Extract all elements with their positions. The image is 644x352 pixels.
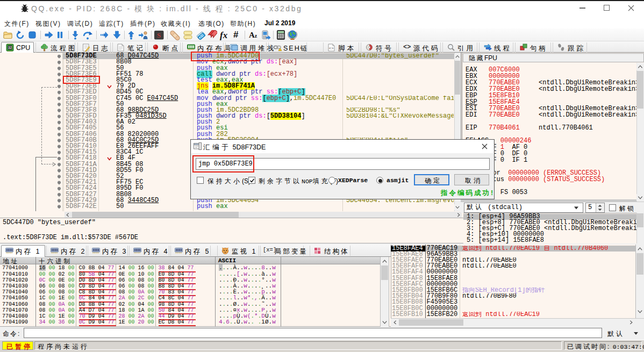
svg-text:32: 32 [8,46,12,49]
svg-text:S: S [157,31,161,39]
svg-text:<>: <> [329,46,334,51]
